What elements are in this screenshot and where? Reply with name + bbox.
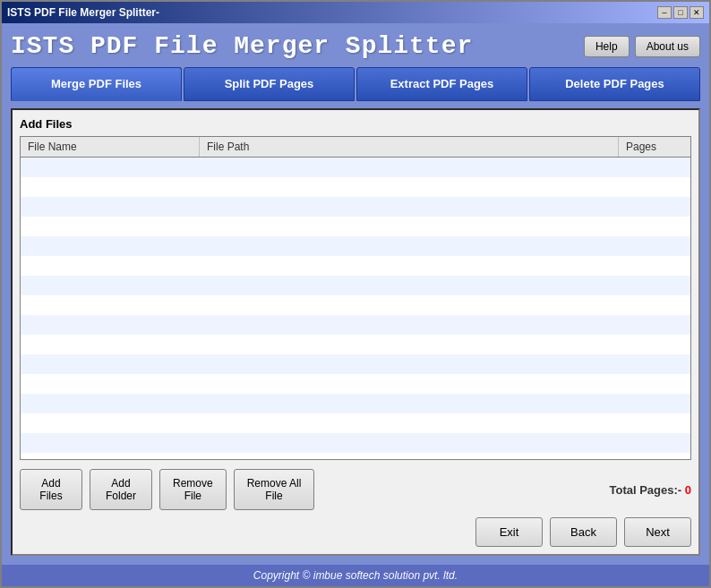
total-pages: Total Pages:- 0 (609, 483, 691, 497)
app-content: ISTS PDF File Merger Splitter Help About… (2, 23, 709, 565)
total-pages-label: Total Pages:- (609, 483, 681, 497)
app-header: ISTS PDF File Merger Splitter Help About… (11, 32, 700, 60)
app-title: ISTS PDF File Merger Splitter (11, 32, 473, 60)
table-header: File Name File Path Pages (21, 137, 690, 158)
maximize-button[interactable]: □ (673, 6, 688, 19)
tab-merge[interactable]: Merge PDF Files (11, 67, 182, 101)
section-title: Add Files (20, 117, 691, 131)
col-filepath: File Path (200, 137, 619, 157)
minimize-button[interactable]: – (657, 6, 672, 19)
file-table: File Name File Path Pages (20, 136, 691, 460)
tab-delete[interactable]: Delete PDF Pages (529, 67, 700, 101)
back-button[interactable]: Back (550, 517, 617, 547)
add-folder-button[interactable]: Add Folder (90, 469, 152, 510)
remove-file-button[interactable]: Remove File (159, 469, 227, 510)
about-button[interactable]: About us (635, 36, 700, 57)
window-controls: – □ ✕ (657, 6, 704, 19)
close-button[interactable]: ✕ (690, 6, 704, 19)
nav-tabs: Merge PDF Files Split PDF Pages Extract … (11, 67, 700, 101)
header-buttons: Help About us (584, 36, 700, 57)
next-button[interactable]: Next (624, 517, 691, 547)
action-area: Add Files Add Folder Remove File Remove … (20, 469, 691, 510)
footer-nav: Exit Back Next (20, 517, 691, 547)
title-bar: ISTS PDF File Merger Splitter- – □ ✕ (2, 2, 709, 23)
action-buttons: Add Files Add Folder Remove File Remove … (20, 469, 314, 510)
main-panel: Add Files File Name File Path Pages Add … (11, 108, 700, 556)
exit-button[interactable]: Exit (475, 517, 543, 547)
tab-extract[interactable]: Extract PDF Pages (356, 67, 527, 101)
col-pages: Pages (619, 137, 690, 157)
remove-all-button[interactable]: Remove All File (234, 469, 315, 510)
window-title: ISTS PDF File Merger Splitter- (7, 6, 159, 19)
copyright-text: Copyright © imbue softech solution pvt. … (253, 569, 458, 582)
tab-split[interactable]: Split PDF Pages (184, 67, 355, 101)
table-body (21, 158, 690, 459)
main-window: ISTS PDF File Merger Splitter- – □ ✕ IST… (0, 0, 711, 588)
col-filename: File Name (21, 137, 200, 157)
add-files-button[interactable]: Add Files (20, 469, 82, 510)
copyright-bar: Copyright © imbue softech solution pvt. … (2, 565, 709, 586)
help-button[interactable]: Help (584, 36, 630, 57)
total-pages-value: 0 (685, 483, 691, 497)
